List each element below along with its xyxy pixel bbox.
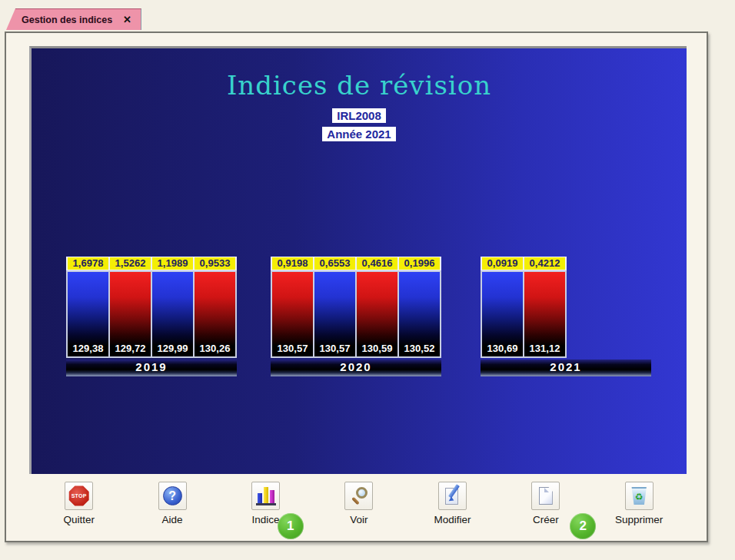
tab-label: Gestion des indices — [22, 15, 112, 25]
index-value: 130,57 — [314, 343, 355, 354]
toolbar-button-aide[interactable]: ?Aide — [125, 482, 218, 525]
index-value: 131,12 — [524, 343, 565, 354]
tab-gestion-des-indices[interactable]: Gestion des indices ✕ — [15, 8, 141, 30]
bar-blue: 130,69 — [482, 272, 523, 356]
bar-chart-icon — [256, 487, 276, 505]
supprimer-button[interactable]: ♻ — [625, 482, 654, 510]
voir-button[interactable] — [344, 482, 373, 510]
chart-panel: Indices de révision IRL2008 Année 2021 1… — [29, 46, 687, 474]
year-band: 2020 — [271, 360, 441, 376]
variation-label: 1,6978 — [68, 257, 108, 270]
bars-row: 130,69131,12 — [481, 270, 567, 358]
bar-chart: 1,69781,52621,19890,9533129,38129,72129,… — [32, 48, 687, 474]
new-document-icon — [539, 487, 553, 505]
bar-red: 130,59 — [357, 272, 397, 356]
variation-label: 1,5262 — [110, 257, 151, 270]
aide-button[interactable]: ? — [158, 482, 187, 510]
year-band: 2021 — [481, 360, 651, 376]
bars-row: 129,38129,72129,99130,26 — [66, 270, 237, 358]
bar-red: 131,12 — [524, 272, 565, 356]
toolbar-button-voir[interactable]: Voir — [312, 482, 405, 525]
index-value: 129,38 — [68, 343, 108, 354]
toolbar-button-supprimer[interactable]: ♻Supprimer — [593, 482, 686, 525]
step-badge-2: 2 — [570, 513, 596, 539]
modifier-button[interactable] — [438, 482, 467, 510]
toolbar: STOPQuitter?AideIndice1VoirModifierCréer… — [32, 482, 686, 525]
year-band: 2019 — [66, 360, 237, 376]
variation-label: 0,1996 — [399, 257, 440, 270]
toolbar-label-aide: Aide — [162, 514, 183, 525]
toolbar-button-quitter[interactable]: STOPQuitter — [32, 482, 125, 525]
quitter-button[interactable]: STOP — [65, 482, 93, 510]
variation-label: 0,4616 — [357, 257, 397, 270]
variation-label: 0,9533 — [195, 257, 235, 270]
step-badge-1: 1 — [278, 513, 304, 539]
bar-red: 130,26 — [195, 272, 235, 356]
index-value: 130,52 — [399, 343, 440, 354]
variation-label: 0,9198 — [272, 257, 313, 270]
variation-labels-row: 1,69781,52621,19890,9533 — [66, 257, 237, 270]
stop-icon: STOP — [68, 485, 89, 506]
toolbar-button-indice[interactable]: Indice1 — [219, 482, 312, 525]
index-value: 130,57 — [272, 343, 313, 354]
bar-blue: 130,52 — [399, 272, 440, 356]
index-value: 129,99 — [152, 343, 193, 354]
close-icon[interactable]: ✕ — [123, 14, 131, 25]
index-value: 129,72 — [110, 343, 151, 354]
toolbar-label-supprimer: Supprimer — [615, 514, 663, 525]
toolbar-label-creer: Créer — [533, 514, 559, 525]
variation-labels-row: 0,09190,4212 — [481, 257, 567, 270]
bar-red: 130,57 — [272, 272, 313, 356]
variation-label: 1,1989 — [152, 257, 193, 270]
help-icon: ? — [163, 486, 182, 505]
toolbar-button-creer[interactable]: Créer2 — [499, 482, 592, 525]
toolbar-label-voir: Voir — [350, 514, 368, 525]
index-value: 130,59 — [357, 343, 397, 354]
magnifier-icon — [349, 486, 369, 506]
recycle-bin-icon: ♻ — [631, 487, 647, 505]
toolbar-label-indice: Indice — [252, 514, 280, 525]
variation-label: 0,0919 — [482, 257, 523, 270]
chart-group-2019: 1,69781,52621,19890,9533129,38129,72129,… — [66, 257, 237, 376]
index-value: 130,26 — [195, 343, 235, 354]
toolbar-label-modifier: Modifier — [434, 514, 471, 525]
indice-button[interactable] — [251, 482, 280, 510]
chart-group-2020: 0,91980,65530,46160,1996130,57130,57130,… — [271, 257, 441, 376]
bar-blue: 129,38 — [68, 272, 108, 356]
chart-group-2021: 0,09190,4212130,69131,122021 — [481, 257, 651, 376]
variation-label: 0,6553 — [314, 257, 355, 270]
window-frame: Indices de révision IRL2008 Année 2021 1… — [5, 31, 708, 542]
toolbar-label-quitter: Quitter — [63, 514, 95, 525]
edit-icon — [443, 486, 461, 506]
bars-row: 130,57130,57130,59130,52 — [271, 270, 441, 358]
bar-blue: 130,57 — [314, 272, 355, 356]
bar-red: 129,72 — [110, 272, 151, 356]
variation-labels-row: 0,91980,65530,46160,1996 — [271, 257, 441, 270]
variation-label: 0,4212 — [524, 257, 565, 270]
toolbar-button-modifier[interactable]: Modifier — [406, 482, 499, 525]
index-value: 130,69 — [482, 343, 523, 354]
creer-button[interactable] — [531, 482, 560, 510]
bar-blue: 129,99 — [152, 272, 193, 356]
